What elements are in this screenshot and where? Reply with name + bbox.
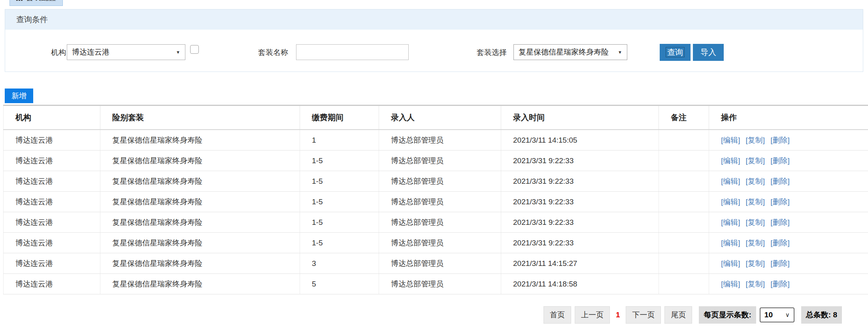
tab-package-config[interactable]: 套装配置 <box>9 0 63 6</box>
package-select[interactable]: 复星保德信星瑞家终身寿险 ▼ <box>513 44 627 60</box>
cell-org: 博达连云港 <box>4 274 100 294</box>
delete-link[interactable]: [删除] <box>770 280 790 288</box>
delete-link[interactable]: [删除] <box>770 136 790 144</box>
cell-package: 复星保德信星瑞家终身寿险 <box>100 212 300 233</box>
tab-label: 套装配置 <box>26 0 56 3</box>
cell-remark <box>659 130 709 151</box>
chevron-down-icon: ▼ <box>176 50 180 55</box>
next-page-button[interactable]: 下一页 <box>626 306 661 324</box>
org-label: 机构 <box>51 44 66 61</box>
cell-period: 1-5 <box>300 212 379 233</box>
delete-link[interactable]: [删除] <box>770 198 790 206</box>
copy-link[interactable]: [复制] <box>746 218 765 226</box>
cell-remark <box>659 233 709 253</box>
cell-package: 复星保德信星瑞家终身寿险 <box>100 171 300 192</box>
table-row: 博达连云港复星保德信星瑞家终身寿险1-5博达总部管理员2021/3/31 9:2… <box>4 212 868 233</box>
delete-link[interactable]: [删除] <box>770 177 790 185</box>
panel-title: 查询条件 <box>5 9 863 30</box>
add-button[interactable]: 新增 <box>5 89 33 103</box>
copy-link[interactable]: [复制] <box>746 198 765 206</box>
cell-actions: [编辑][复制][删除] <box>709 274 868 294</box>
cell-actions: [编辑][复制][删除] <box>709 151 868 171</box>
cell-entry-time: 2021/3/31 9:22:33 <box>501 171 659 192</box>
copy-link[interactable]: [复制] <box>746 156 765 165</box>
org-select[interactable]: 博达连云港 ▼ <box>67 44 185 60</box>
query-button-label: 查询 <box>666 47 684 57</box>
copy-link[interactable]: [复制] <box>746 280 765 288</box>
copy-link[interactable]: [复制] <box>746 136 765 144</box>
edit-link[interactable]: [编辑] <box>721 259 740 268</box>
delete-link[interactable]: [删除] <box>770 218 790 226</box>
cell-org: 博达连云港 <box>4 212 100 233</box>
cell-entry-by: 博达总部管理员 <box>379 233 501 253</box>
import-button[interactable]: 导入 <box>693 44 724 61</box>
delete-link[interactable]: [删除] <box>770 259 790 268</box>
cell-actions: [编辑][复制][删除] <box>709 130 868 151</box>
package-name-input[interactable] <box>296 44 409 60</box>
cell-package: 复星保德信星瑞家终身寿险 <box>100 192 300 212</box>
cell-entry-time: 2021/3/31 9:22:33 <box>501 151 659 171</box>
chevron-down-icon: ∨ <box>785 311 790 318</box>
cell-package: 复星保德信星瑞家终身寿险 <box>100 130 300 151</box>
delete-link[interactable]: [删除] <box>770 239 790 247</box>
first-page-button[interactable]: 首页 <box>543 306 571 324</box>
col-header-entry-by: 录入人 <box>379 106 501 130</box>
table-row: 博达连云港复星保德信星瑞家终身寿险3博达总部管理员2021/3/11 14:15… <box>4 253 868 274</box>
copy-link[interactable]: [复制] <box>746 239 765 247</box>
last-page-button[interactable]: 尾页 <box>664 306 692 324</box>
cell-remark <box>659 192 709 212</box>
total-count-label: 总条数: 8 <box>801 306 842 324</box>
add-button-label: 新增 <box>11 92 26 100</box>
page-size-value: 10 <box>764 311 773 319</box>
page-size-select[interactable]: 10 ∨ <box>760 307 794 322</box>
cell-entry-by: 博达总部管理员 <box>379 151 501 171</box>
package-name-label: 套装名称 <box>258 44 288 61</box>
page-size-label: 每页显示条数: <box>699 306 756 324</box>
query-form: 机构 博达连云港 ▼ 套装名称 套装选择 复星保德信星瑞家终身寿险 ▼ 查询 导… <box>5 30 863 72</box>
cell-entry-time: 2021/3/31 9:22:33 <box>501 212 659 233</box>
cell-period: 1 <box>300 130 379 151</box>
cell-entry-time: 2021/3/31 9:22:33 <box>501 233 659 253</box>
edit-link[interactable]: [编辑] <box>721 156 740 165</box>
cell-entry-by: 博达总部管理员 <box>379 192 501 212</box>
cell-period: 1-5 <box>300 171 379 192</box>
copy-link[interactable]: [复制] <box>746 177 765 185</box>
cell-org: 博达连云港 <box>4 233 100 253</box>
cell-entry-time: 2021/3/31 9:22:33 <box>501 192 659 212</box>
import-button-label: 导入 <box>700 48 716 57</box>
package-select-label: 套装选择 <box>477 44 507 61</box>
chevron-down-icon: ▼ <box>618 50 622 55</box>
package-table: 机构 险别套装 缴费期间 录入人 录入时间 备注 操作 博达连云港复星保德信星瑞… <box>3 105 868 294</box>
copy-link[interactable]: [复制] <box>746 259 765 268</box>
col-header-actions: 操作 <box>709 106 868 130</box>
cell-period: 1-5 <box>300 151 379 171</box>
org-checkbox[interactable] <box>190 45 199 54</box>
cell-org: 博达连云港 <box>4 171 100 192</box>
cell-period: 1-5 <box>300 233 379 253</box>
cell-remark <box>659 151 709 171</box>
edit-link[interactable]: [编辑] <box>721 198 740 206</box>
table-body: 博达连云港复星保德信星瑞家终身寿险1博达总部管理员2021/3/11 14:15… <box>4 130 868 294</box>
edit-link[interactable]: [编辑] <box>721 280 740 288</box>
cell-entry-time: 2021/3/11 14:15:27 <box>501 253 659 274</box>
edit-link[interactable]: [编辑] <box>721 239 740 247</box>
edit-link[interactable]: [编辑] <box>721 218 740 226</box>
query-button[interactable]: 查询 <box>660 44 691 61</box>
cell-package: 复星保德信星瑞家终身寿险 <box>100 274 300 294</box>
prev-page-button[interactable]: 上一页 <box>575 306 610 324</box>
bar-chart-icon <box>16 0 23 1</box>
table-row: 博达连云港复星保德信星瑞家终身寿险1-5博达总部管理员2021/3/31 9:2… <box>4 192 868 212</box>
table-row: 博达连云港复星保德信星瑞家终身寿险1-5博达总部管理员2021/3/31 9:2… <box>4 233 868 253</box>
cell-period: 1-5 <box>300 192 379 212</box>
delete-link[interactable]: [删除] <box>770 156 790 165</box>
package-select-value: 复星保德信星瑞家终身寿险 <box>519 47 609 57</box>
cell-period: 5 <box>300 274 379 294</box>
table-row: 博达连云港复星保德信星瑞家终身寿险1-5博达总部管理员2021/3/31 9:2… <box>4 151 868 171</box>
table-row: 博达连云港复星保德信星瑞家终身寿险1-5博达总部管理员2021/3/31 9:2… <box>4 171 868 192</box>
col-header-package: 险别套装 <box>100 106 300 130</box>
cell-actions: [编辑][复制][删除] <box>709 171 868 192</box>
edit-link[interactable]: [编辑] <box>721 177 740 185</box>
edit-link[interactable]: [编辑] <box>721 136 740 144</box>
cell-entry-time: 2021/3/11 14:18:58 <box>501 274 659 294</box>
cell-entry-by: 博达总部管理员 <box>379 274 501 294</box>
